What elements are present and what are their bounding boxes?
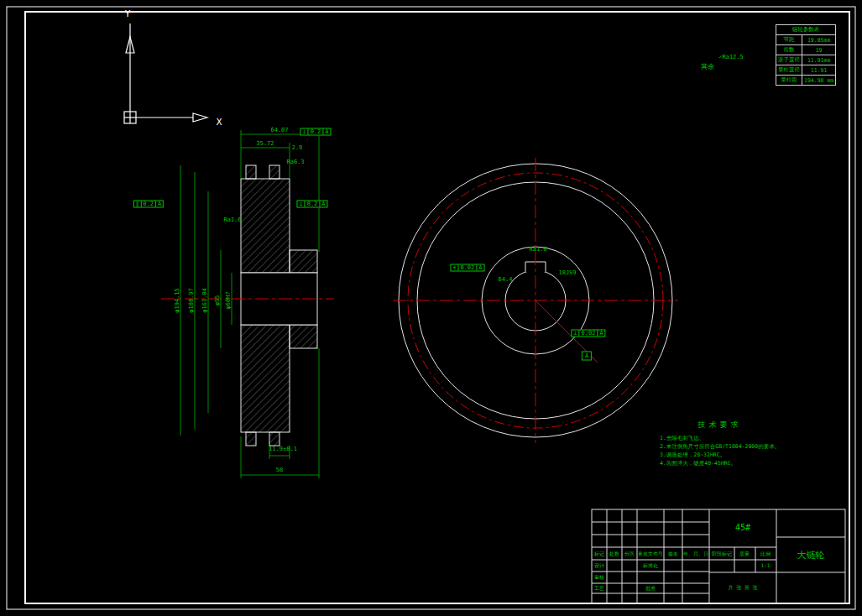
param-row: 量柱直径11.91 xyxy=(776,65,836,76)
dim-label: 其余 xyxy=(701,64,714,70)
frame-cell: 0.02 xyxy=(458,265,477,271)
dim-label: 35.72 xyxy=(256,141,274,147)
sprocket-parameter-table: 链轮参数表 节距19.05mm齿数19滚子直径11.91mm量柱直径11.91量… xyxy=(776,24,836,86)
dim-label: 质量 xyxy=(739,551,750,556)
frame-cell: A xyxy=(323,129,330,135)
dim-label: 共 张 第 张 xyxy=(729,585,758,590)
dim-label: φ161.04 xyxy=(202,288,208,313)
dim-label: Ra1.6 xyxy=(529,247,546,253)
param-label: 节距 xyxy=(776,35,802,45)
frame-cell: ⊥ xyxy=(300,129,308,135)
drawing-canvas xyxy=(0,0,862,616)
param-value: 11.91 xyxy=(802,65,836,76)
technical-requirements: 技术要求 1.去除毛刺飞边。2.未注倒角尺寸应符合GB/T1804-2000的要… xyxy=(660,420,780,467)
cad-drawing-sheet: 链轮参数表 节距19.05mm齿数19滚子直径11.91mm量柱直径11.91量… xyxy=(0,0,862,616)
dim-label: 分区 xyxy=(624,551,635,556)
dim-label: φ95 xyxy=(215,295,221,306)
frame-cell: 0.2 xyxy=(141,201,156,207)
dim-label: 大链轮 xyxy=(797,551,825,560)
dim-label: φ188.97 xyxy=(189,288,195,313)
frame-cell: A xyxy=(320,201,327,207)
dim-label: 1:1 xyxy=(761,563,771,568)
dim-label: 年、月、日 xyxy=(683,551,708,556)
dim-label: 比例 xyxy=(760,551,771,556)
param-row: 量柱距194.98 mm xyxy=(776,76,836,86)
param-label: 量柱直径 xyxy=(776,65,802,76)
dim-label: 2.9 xyxy=(292,145,303,151)
param-row: 节距19.05mm xyxy=(776,35,836,45)
frame-cell: 0.2 xyxy=(306,201,321,207)
param-value: 194.98 mm xyxy=(802,76,836,86)
dim-label: 58 xyxy=(276,467,283,473)
frame-cell: ∥ xyxy=(134,201,142,207)
param-table-title: 链轮参数表 xyxy=(776,25,836,35)
dim-label: 设计 xyxy=(594,563,604,568)
param-row: 齿数19 xyxy=(776,45,836,55)
dim-label: 64.4 xyxy=(499,277,513,283)
tech-item: 1.去除毛刺飞边。 xyxy=(660,434,780,442)
dim-label: 签名 xyxy=(668,551,678,556)
param-value: 19 xyxy=(802,45,836,55)
dim-label: φ194.15 xyxy=(175,288,180,313)
dim-label: 更改文件号 xyxy=(638,551,663,556)
frame-cell: ⊥ xyxy=(297,201,305,207)
tech-requirements-title: 技术要求 xyxy=(660,420,780,431)
dim-label: 阶段标记 xyxy=(712,551,732,556)
feature-control-frame: ⌖0.02A xyxy=(450,264,484,272)
tech-item: 4.齿面淬火，硬度40-45HRC。 xyxy=(660,459,780,467)
dim-label: ✓Ra12.5 xyxy=(718,55,744,60)
frame-cell: ⊥ xyxy=(572,331,579,337)
datum-box: A xyxy=(582,352,592,361)
tech-item: 3.调质处理，28~32HRC。 xyxy=(660,451,780,459)
dim-label: Ra6.3 xyxy=(286,159,304,165)
frame-cell: 0.02 xyxy=(580,331,598,337)
frame-cell: A xyxy=(156,201,163,207)
frame-cell: A xyxy=(477,265,483,271)
feature-control-frame: ⊥0.2A xyxy=(300,128,331,136)
dim-label: 标准化 xyxy=(643,563,658,568)
dim-label: Y xyxy=(125,9,131,18)
tech-item: 2.未注倒角尺寸应符合GB/T1804-2000的要求。 xyxy=(660,442,780,451)
feature-control-frame: ⊥0.2A xyxy=(296,201,327,208)
dim-label: Ra1.6 xyxy=(223,217,241,223)
dim-label: 18JS9 xyxy=(558,270,576,276)
param-label: 齿数 xyxy=(776,45,802,55)
dim-label: 审核 xyxy=(594,575,604,580)
feature-control-frame: ⊥0.02A xyxy=(571,330,605,337)
feature-control-frame: ∥0.2A xyxy=(133,201,164,208)
front-view xyxy=(393,158,678,443)
param-label: 量柱距 xyxy=(776,76,802,86)
ucs-icon xyxy=(124,23,207,123)
dim-label: 工艺 xyxy=(594,586,604,591)
dim-label: 标记 xyxy=(594,551,604,556)
frame-cell: 0.2 xyxy=(309,129,324,135)
dim-label: X xyxy=(217,117,222,127)
dim-label: 11.9±0.1 xyxy=(269,446,297,452)
frame-cell: ⌖ xyxy=(451,265,458,271)
dim-label: 批准 xyxy=(645,586,656,591)
dim-label: 45# xyxy=(735,524,750,532)
param-row: 滚子直径11.91mm xyxy=(776,55,836,65)
frame-cell: A xyxy=(598,331,604,337)
sheet-frame xyxy=(7,7,855,609)
param-label: 滚子直径 xyxy=(776,55,802,65)
param-value: 11.91mm xyxy=(802,55,836,65)
dim-label: 处数 xyxy=(609,551,619,556)
param-value: 19.05mm xyxy=(802,35,836,45)
dim-label: 64.07 xyxy=(270,128,288,133)
dim-label: φ60H7 xyxy=(226,291,232,309)
